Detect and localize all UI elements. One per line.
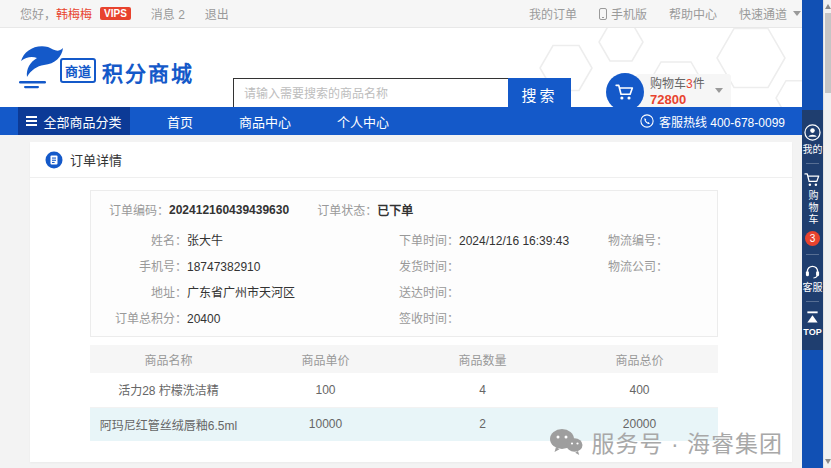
mobile-version-link[interactable]: 手机版 [599, 5, 647, 22]
greeting-text: 您好， [20, 5, 56, 22]
search-input[interactable] [233, 78, 508, 110]
phone-icon [599, 8, 607, 20]
cell-total-price: 400 [561, 373, 718, 407]
field-order-time: 下单时间：2024/12/16 16:39:43 [381, 228, 606, 254]
order-info-box: 订单编码：202412160439439630 订单状态：已下单 姓名：张大牛 … [90, 190, 718, 337]
all-categories-label: 全部商品分类 [43, 112, 121, 131]
rail-divider [806, 163, 819, 164]
rail-item-mine[interactable]: 我的 [803, 118, 823, 161]
rail-divider [806, 301, 819, 302]
username-link[interactable]: 韩梅梅 [56, 5, 92, 22]
hamburger-icon [26, 116, 37, 126]
right-rail-panel: 我的 购物车 3 客服 TOP [802, 110, 823, 350]
page-title: 订单详情 [70, 150, 122, 169]
logistics-co-label: 物流公司： [606, 254, 668, 280]
order-code-value: 202412160439439630 [169, 203, 289, 217]
my-orders-link[interactable]: 我的订单 [529, 5, 577, 22]
logistics-no-label: 物流编号： [606, 228, 668, 254]
address-value: 广东省广州市天河区 [187, 286, 295, 300]
cell-quantity: 2 [404, 407, 561, 441]
field-logistics-co: 物流公司： [606, 254, 717, 280]
wechat-watermark: 服务号 · 海睿集团 [549, 425, 783, 459]
rail-divider [806, 254, 819, 255]
ship-time-label: 发货时间： [381, 254, 459, 280]
chevron-down-icon [793, 11, 801, 16]
col-total-price: 商品总价 [561, 345, 718, 373]
mobile-version-label: 手机版 [611, 5, 647, 22]
cart-count-line: 购物车3件 [650, 77, 705, 92]
order-status-badge: 已下单 [377, 204, 413, 218]
cart-points: 72800 [650, 92, 705, 107]
order-time-value: 2024/12/16 16:39:43 [459, 234, 569, 248]
order-code-label: 订单编码： [109, 201, 169, 218]
rail-item-service[interactable]: 客服 [803, 257, 823, 299]
back-to-top-icon [805, 310, 820, 324]
field-phone: 手机号：18747382910 [91, 254, 381, 280]
cart-label: 购物车 [650, 77, 686, 91]
hotline-text: 客服热线 400-678-0099 [659, 113, 785, 130]
logo-brand-text: 商道 [60, 58, 96, 83]
order-status-label: 订单状态： [317, 204, 377, 218]
field-points: 订单总积分：20400 [91, 306, 381, 332]
phone-value: 18747382910 [187, 260, 260, 274]
search-bar: 搜索 [233, 78, 571, 110]
rail-item-back-to-top[interactable]: TOP [803, 304, 821, 344]
cart-dropdown-icon[interactable] [715, 88, 723, 93]
col-quantity: 商品数量 [404, 345, 561, 373]
table-row: 活力28 柠檬洗洁精 100 4 400 [90, 373, 718, 407]
watermark-text: 服务号 · 海睿集团 [592, 425, 783, 459]
col-product-name: 商品名称 [90, 345, 247, 373]
user-icon [804, 124, 821, 141]
scroll-down-arrow[interactable] [825, 459, 831, 464]
deliver-time-label: 送达时间： [381, 280, 459, 306]
search-button[interactable]: 搜索 [508, 78, 571, 110]
order-time-label: 下单时间： [381, 228, 459, 254]
topbar: 您好，韩梅梅 VIPS 消息 2 退出 我的订单 手机版 帮助中心 快速通道 [0, 0, 831, 28]
cart-widget[interactable]: 购物车3件 72800 [606, 73, 731, 111]
vip-badge: VIPS [100, 7, 131, 20]
all-categories-menu[interactable]: 全部商品分类 [18, 107, 130, 135]
page-background: 订单详情 订单编码：202412160439439630 订单状态：已下单 姓名… [0, 135, 831, 468]
cart-unit: 件 [693, 77, 705, 91]
col-unit-price: 商品单价 [247, 345, 404, 373]
header: 商道 积分商城 搜索 购物车3件 72800 [0, 28, 831, 107]
site-logo[interactable]: 商道 积分商城 [16, 42, 194, 90]
help-center-link[interactable]: 帮助中心 [669, 5, 717, 22]
rail-item-cart[interactable]: 购物车 3 [804, 166, 821, 252]
field-logistics-no: 物流编号： [606, 228, 717, 254]
topbar-links-group: 我的订单 手机版 帮助中心 快速通道 [529, 5, 801, 22]
nav-item-products[interactable]: 商品中心 [239, 112, 291, 131]
cart-count: 3 [686, 77, 693, 91]
messages-link[interactable]: 消息 2 [151, 5, 185, 22]
order-fields-grid: 姓名：张大牛 下单时间：2024/12/16 16:39:43 物流编号： 手机… [91, 228, 717, 332]
phone-label: 手机号： [91, 254, 187, 280]
rail-service-label: 客服 [803, 282, 823, 293]
scrollbar-thumb[interactable] [825, 13, 831, 93]
rail-top-label: TOP [803, 327, 821, 338]
field-name: 姓名：张大牛 [91, 228, 381, 254]
scroll-up-arrow[interactable] [825, 4, 831, 9]
cart-summary: 购物车3件 72800 [636, 74, 731, 110]
nav-item-profile[interactable]: 个人中心 [337, 112, 389, 131]
cell-unit-price: 100 [247, 373, 404, 407]
phone-hotline-icon [640, 114, 654, 128]
name-label: 姓名： [91, 228, 187, 254]
order-code-row: 订单编码：202412160439439630 订单状态：已下单 [109, 201, 717, 218]
address-label: 地址： [91, 280, 187, 306]
logout-link[interactable]: 退出 [205, 5, 229, 22]
cart-circle [606, 73, 644, 111]
points-label: 订单总积分： [91, 306, 187, 332]
order-detail-card: 订单详情 订单编码：202412160439439630 订单状态：已下单 姓名… [30, 142, 792, 462]
cell-product-name: 活力28 柠檬洗洁精 [90, 373, 247, 407]
quick-channel-dropdown[interactable]: 快速通道 [739, 5, 801, 22]
scrollbar[interactable] [823, 0, 831, 468]
topbar-user-group: 您好，韩梅梅 VIPS 消息 2 退出 [20, 5, 229, 22]
cell-unit-price: 10000 [247, 407, 404, 441]
headset-icon [804, 263, 821, 279]
sign-time-label: 签收时间： [381, 306, 459, 332]
card-header: 订单详情 [30, 142, 792, 178]
field-empty-1 [606, 280, 717, 306]
nav-item-home[interactable]: 首页 [167, 112, 193, 131]
field-empty-2 [606, 306, 717, 332]
main-nav: 全部商品分类 首页 商品中心 个人中心 客服热线 400-678-0099 [0, 107, 831, 135]
